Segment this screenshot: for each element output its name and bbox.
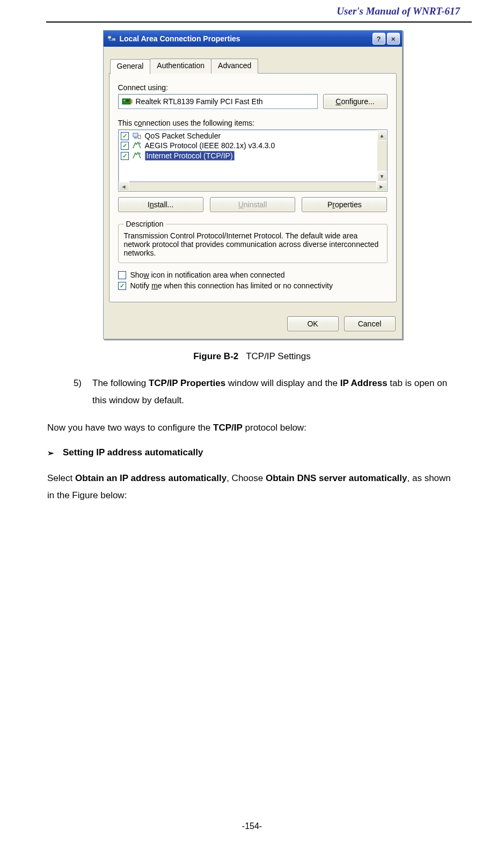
step-5: 5) The following TCP/IP Properties windo… bbox=[47, 375, 460, 410]
adapter-name: Realtek RTL8139 Family PCI Fast Eth bbox=[136, 97, 263, 106]
svg-point-10 bbox=[138, 152, 141, 155]
dialog-button-row: OK Cancel bbox=[104, 310, 402, 339]
notify-checkbox-row[interactable]: ✓ Notify me when this connection has lim… bbox=[118, 281, 388, 290]
scroll-down-icon[interactable]: ▼ bbox=[377, 171, 387, 181]
figure-caption: Figure B-2 TCP/IP Settings bbox=[0, 351, 504, 362]
document-body: 5) The following TCP/IP Properties windo… bbox=[0, 375, 504, 505]
tab-page-general: Connect using: bbox=[109, 73, 397, 302]
list-item[interactable]: ✓ AEGIS Protocol (IEEE 802.1x) v3.4.3.0 bbox=[120, 141, 376, 150]
tab-authentication[interactable]: Authentication bbox=[150, 59, 211, 74]
list-item-label: AEGIS Protocol (IEEE 802.1x) v3.4.3.0 bbox=[145, 141, 275, 150]
figure-label: Figure B-2 bbox=[193, 351, 238, 361]
bullet-icon: ➢ bbox=[47, 444, 54, 461]
paragraph: Now you have two ways to configure the T… bbox=[47, 419, 460, 437]
cancel-button[interactable]: Cancel bbox=[344, 316, 396, 331]
properties-button[interactable]: Properties bbox=[302, 197, 387, 212]
protocol-icon bbox=[132, 141, 142, 150]
svg-rect-3 bbox=[123, 100, 125, 101]
svg-point-9 bbox=[138, 142, 141, 144]
svg-rect-5 bbox=[130, 100, 132, 103]
svg-rect-6 bbox=[133, 133, 138, 137]
protocol-icon bbox=[132, 151, 142, 160]
checkbox-icon[interactable]: ✓ bbox=[118, 282, 126, 290]
adapter-field[interactable]: Realtek RTL8139 Family PCI Fast Eth bbox=[118, 94, 318, 109]
titlebar: Local Area Connection Properties ? × bbox=[104, 31, 402, 47]
description-text: Transmission Control Protocol/Internet P… bbox=[124, 231, 382, 257]
install-button[interactable]: Install... bbox=[118, 197, 203, 212]
configure-button[interactable]: Configure... bbox=[323, 94, 388, 109]
show-icon-checkbox-row[interactable]: Show icon in notification area when conn… bbox=[118, 271, 388, 279]
checkbox-icon[interactable] bbox=[118, 271, 126, 279]
properties-dialog: Local Area Connection Properties ? × Gen… bbox=[103, 30, 403, 339]
paragraph: Select Obtain an IP address automaticall… bbox=[47, 470, 460, 505]
page-number: -154- bbox=[0, 821, 504, 831]
scroll-left-icon[interactable]: ◄ bbox=[119, 181, 129, 191]
notify-label: Notify me when this connection has limit… bbox=[130, 281, 333, 290]
list-item-selected[interactable]: ✓ Internet Protocol (TCP/IP) bbox=[120, 150, 376, 161]
header-rule bbox=[46, 21, 472, 23]
svg-rect-4 bbox=[126, 100, 129, 101]
bullet-text: Setting IP address automatically bbox=[63, 444, 203, 461]
dialog-title: Local Area Connection Properties bbox=[120, 34, 372, 43]
page-header: User's Manual of WNRT-617 bbox=[0, 5, 504, 21]
component-icon bbox=[132, 132, 142, 140]
list-item-label: QoS Packet Scheduler bbox=[145, 132, 221, 140]
connection-icon bbox=[107, 34, 116, 43]
checkbox-icon[interactable]: ✓ bbox=[121, 142, 129, 150]
vertical-scrollbar[interactable]: ▲ ▼ bbox=[377, 129, 388, 182]
scroll-up-icon[interactable]: ▲ bbox=[377, 130, 387, 141]
list-item-label: Internet Protocol (TCP/IP) bbox=[145, 151, 235, 161]
checkbox-icon[interactable]: ✓ bbox=[121, 132, 129, 140]
show-icon-label: Show icon in notification area when conn… bbox=[130, 271, 285, 279]
bullet-item: ➢ Setting IP address automatically bbox=[47, 444, 460, 461]
items-label: This connection uses the following items… bbox=[118, 119, 388, 127]
step-text: The following TCP/IP Properties window w… bbox=[92, 375, 460, 410]
svg-rect-7 bbox=[134, 137, 137, 139]
svg-rect-8 bbox=[138, 135, 141, 139]
figure-title: TCP/IP Settings bbox=[246, 351, 311, 361]
svg-rect-0 bbox=[108, 36, 111, 39]
checkbox-icon[interactable]: ✓ bbox=[121, 152, 129, 160]
items-listbox[interactable]: ✓ QoS Packet Scheduler ✓ bbox=[118, 129, 378, 182]
connect-using-label: Connect using: bbox=[118, 83, 388, 92]
nic-icon bbox=[122, 97, 133, 106]
tab-general[interactable]: General bbox=[110, 59, 151, 74]
description-group: Description Transmission Control Protoco… bbox=[118, 220, 388, 263]
scroll-right-icon[interactable]: ► bbox=[376, 181, 387, 191]
step-number: 5) bbox=[47, 375, 82, 410]
uninstall-button[interactable]: Uninstall bbox=[210, 197, 295, 212]
close-button[interactable]: × bbox=[387, 33, 400, 45]
list-item[interactable]: ✓ QoS Packet Scheduler bbox=[120, 131, 376, 141]
tab-row: General Authentication Advanced bbox=[109, 59, 397, 74]
tab-advanced[interactable]: Advanced bbox=[211, 59, 258, 74]
description-legend: Description bbox=[124, 220, 166, 228]
help-button[interactable]: ? bbox=[372, 33, 385, 45]
ok-button[interactable]: OK bbox=[287, 316, 339, 331]
horizontal-scrollbar[interactable]: ◄ ► bbox=[118, 181, 388, 192]
